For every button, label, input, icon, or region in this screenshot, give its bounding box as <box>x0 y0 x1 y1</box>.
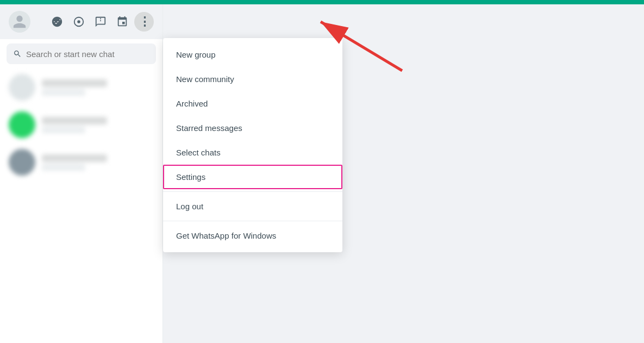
status-button[interactable] <box>69 12 89 32</box>
menu-item-get-whatsapp-windows[interactable]: Get WhatsApp for Windows <box>163 223 342 248</box>
dropdown-menu: New group New community Archived Starred… <box>163 38 342 252</box>
header-icons: ⋮ <box>47 12 154 32</box>
chat-item <box>0 106 162 144</box>
menu-item-log-out[interactable]: Log out <box>163 194 342 219</box>
search-bar <box>0 39 162 68</box>
menu-item-new-community[interactable]: New community <box>163 67 342 91</box>
new-group-button[interactable] <box>112 12 132 32</box>
menu-item-new-group[interactable]: New group <box>163 42 342 67</box>
chat-message <box>42 127 85 133</box>
menu-item-settings[interactable]: Settings <box>163 165 342 189</box>
menu-divider-2 <box>163 221 342 221</box>
menu-button[interactable]: ⋮ <box>134 12 154 32</box>
new-chat-button[interactable] <box>91 12 110 32</box>
menu-item-archived[interactable]: Archived <box>163 91 342 116</box>
status-icon <box>73 16 85 28</box>
community-button[interactable] <box>47 12 67 32</box>
chat-list <box>0 68 162 343</box>
svg-point-0 <box>54 19 57 22</box>
search-input-wrap <box>7 43 156 64</box>
chat-item <box>0 68 162 106</box>
new-group-icon <box>116 16 128 28</box>
user-avatar[interactable] <box>9 11 30 33</box>
menu-item-select-chats[interactable]: Select chats <box>163 140 342 165</box>
three-dot-icon: ⋮ <box>139 16 150 28</box>
menu-divider <box>163 191 342 192</box>
top-bar <box>0 0 644 4</box>
search-icon <box>13 49 22 58</box>
chat-name <box>42 79 107 87</box>
chat-name <box>42 154 107 162</box>
chat-item <box>0 144 162 181</box>
chat-name <box>42 117 107 124</box>
chat-avatar <box>9 74 35 101</box>
menu-item-starred-messages[interactable]: Starred messages <box>163 116 342 140</box>
new-chat-icon <box>95 16 107 28</box>
chat-avatar <box>9 111 35 138</box>
chat-avatar <box>9 149 35 176</box>
chat-message <box>42 164 85 171</box>
left-panel: ⋮ <box>0 4 163 343</box>
svg-point-1 <box>57 19 60 22</box>
community-icon <box>51 16 63 28</box>
chat-message <box>42 89 85 96</box>
panel-header: ⋮ <box>0 4 162 39</box>
avatar-icon <box>12 14 27 29</box>
search-input[interactable] <box>26 49 149 59</box>
svg-point-3 <box>77 20 80 23</box>
